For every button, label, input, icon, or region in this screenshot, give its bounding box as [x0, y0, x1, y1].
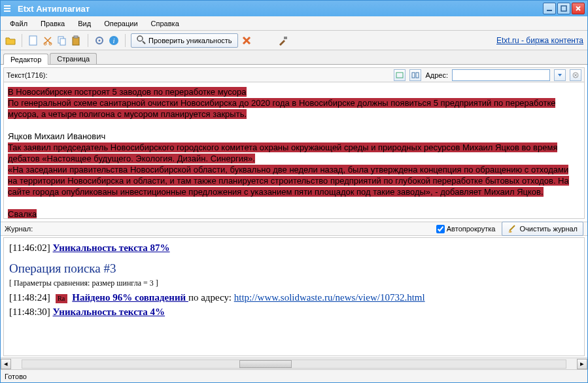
svg-rect-23 [416, 73, 419, 78]
source-url-link[interactable]: http://www.solidwaste.ru/news/view/10732… [234, 292, 425, 303]
menu-bar: Файл Правка Вид Операции Справка [1, 16, 587, 31]
journal-header: Журнал: Автопрокрутка Очистить журнал [1, 222, 587, 236]
clear-journal-label: Очистить журнал [519, 225, 578, 233]
view-single-button[interactable] [394, 69, 406, 81]
menu-operations[interactable]: Операции [97, 16, 144, 30]
new-icon[interactable] [27, 35, 39, 46]
svg-rect-21 [396, 73, 403, 78]
minimize-button[interactable] [543, 3, 556, 14]
autoscroll-checkbox[interactable]: Автопрокрутка [436, 225, 496, 233]
settings-icon[interactable] [94, 35, 105, 46]
text-line: «На заседании правительства Новосибирско… [8, 165, 569, 197]
svg-rect-3 [547, 10, 552, 11]
address-label: Адрес: [425, 71, 448, 79]
svg-rect-12 [73, 37, 79, 45]
search-icon [137, 35, 146, 46]
svg-rect-2 [4, 10, 10, 12]
info-icon[interactable]: i [108, 35, 120, 46]
svg-rect-22 [412, 73, 415, 78]
favicon-badge: Ra [56, 294, 67, 303]
match-address-label: по адресу: [188, 292, 234, 303]
svg-text:i: i [112, 37, 114, 44]
text-line: По генеральной схеме санитарной очистки … [8, 98, 555, 119]
status-text: Готово [5, 373, 27, 380]
scroll-thumb[interactable] [239, 360, 292, 368]
operation-title: Операция поиска #3 [9, 261, 579, 276]
check-uniqueness-label: Проверить уникальность [148, 37, 232, 44]
svg-point-18 [137, 36, 143, 41]
cut-icon[interactable] [42, 35, 54, 46]
svg-rect-11 [60, 39, 65, 45]
journal-row: [11:48:24] Ra Найдено 96% совпадений по … [9, 290, 579, 305]
horizontal-scrollbar[interactable]: ◂ ▸ [1, 358, 587, 369]
menu-file[interactable]: Файл [3, 16, 34, 30]
journal-body[interactable]: [11:46:02] Уникальность текста 87% Опера… [3, 237, 585, 356]
uniqueness-link[interactable]: Уникальность текста 87% [53, 242, 170, 253]
timestamp: [11:46:02] [9, 242, 50, 253]
scroll-left-button[interactable]: ◂ [1, 359, 11, 369]
paste-icon[interactable] [71, 35, 82, 46]
operation-params: [ Параметры сравнения: размер шингла = 3… [9, 276, 579, 290]
text-line: Свалка [8, 209, 37, 219]
app-window: Etxt Антиплагиат Файл Правка Вид Операци… [0, 0, 588, 383]
scroll-track[interactable] [22, 359, 566, 369]
main-toolbar: i Проверить уникальность Etxt.ru - биржа… [1, 31, 587, 50]
copy-icon[interactable] [56, 35, 68, 46]
autoscroll-label: Автопрокрутка [447, 225, 496, 233]
svg-rect-7 [29, 36, 37, 45]
window-title: Etxt Антиплагиат [18, 4, 90, 14]
editor-toolbar: Текст(1716): Адрес: [3, 67, 585, 82]
status-bar: Готово [1, 369, 587, 382]
svg-rect-4 [561, 6, 566, 11]
svg-rect-0 [4, 5, 10, 7]
etxt-link[interactable]: Etxt.ru - биржа контента [496, 36, 583, 45]
editor-panel: Текст(1716): Адрес: В Новосибирске постр… [1, 65, 587, 222]
address-dropdown-button[interactable] [554, 69, 566, 81]
stop-icon[interactable] [241, 35, 252, 46]
address-cancel-button[interactable] [570, 69, 581, 81]
journal-row: [11:48:30] Уникальность текста 4% [9, 305, 579, 319]
tab-editor[interactable]: Редактор [3, 54, 48, 65]
maximize-button[interactable] [557, 3, 570, 14]
open-icon[interactable] [5, 35, 16, 46]
text-line: В Новосибирске построят 5 заводов по пер… [8, 87, 247, 97]
title-bar: Etxt Антиплагиат [1, 1, 587, 16]
svg-rect-20 [284, 37, 287, 39]
journal-row: [11:46:02] Уникальность текста 87% [9, 241, 579, 255]
address-input[interactable] [452, 69, 550, 81]
broom-icon [508, 224, 517, 234]
tab-row: Редактор Страница [1, 50, 587, 65]
tab-page[interactable]: Страница [50, 53, 97, 64]
view-split-button[interactable] [409, 69, 421, 81]
journal-label: Журнал: [5, 225, 33, 233]
scroll-right-button[interactable]: ▸ [577, 359, 587, 369]
svg-rect-13 [74, 36, 78, 38]
app-logo-icon [3, 3, 14, 14]
text-line: Яцков Михаил Иванович [8, 131, 105, 141]
autoscroll-input[interactable] [436, 225, 445, 233]
text-line: Так заявил председатель Новосибирского г… [8, 142, 557, 163]
matches-link[interactable]: Найдено 96% совпадений [72, 292, 188, 303]
editor-textarea[interactable]: В Новосибирске построят 5 заводов по пер… [3, 82, 585, 219]
timestamp: [11:48:30] [9, 307, 50, 317]
svg-point-15 [99, 39, 101, 41]
menu-help[interactable]: Справка [145, 16, 186, 30]
clear-journal-button[interactable]: Очистить журнал [502, 222, 583, 236]
hammer-icon[interactable] [277, 35, 289, 46]
check-uniqueness-button[interactable]: Проверить уникальность [131, 33, 238, 48]
menu-view[interactable]: Вид [71, 16, 97, 30]
menu-edit[interactable]: Правка [34, 16, 71, 30]
close-button[interactable] [572, 3, 585, 14]
timestamp: [11:48:24] [9, 292, 50, 303]
svg-rect-1 [4, 8, 10, 9]
svg-line-19 [143, 41, 145, 44]
uniqueness-link[interactable]: Уникальность текста 4% [53, 307, 165, 317]
text-count-label: Текст(1716): [7, 71, 48, 79]
